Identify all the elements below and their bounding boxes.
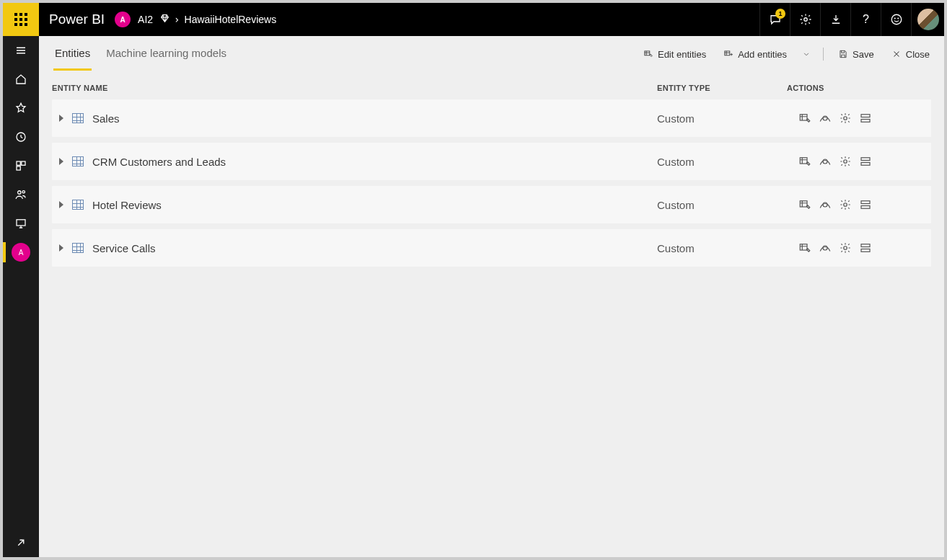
table-row[interactable]: Service CallsCustom [52,229,931,267]
svg-point-30 [844,246,847,250]
nav-workspaces-button[interactable] [3,209,39,238]
settings-icon[interactable] [839,112,852,124]
settings-icon[interactable] [839,199,852,210]
svg-point-15 [844,117,847,120]
tab-machine-learning-models[interactable]: Machine learning models [105,37,228,71]
table-icon [72,113,84,123]
svg-rect-12 [725,51,730,55]
expand-row-icon[interactable] [59,158,63,165]
nav-shared-button[interactable] [3,180,39,209]
entity-type: Custom [657,199,787,211]
close-button[interactable]: Close [884,45,937,64]
expand-row-icon[interactable] [59,115,63,122]
people-icon [14,188,27,201]
app-title: Power BI [39,12,115,27]
add-entities-button[interactable]: Add entities [716,45,794,64]
svg-rect-10 [17,220,25,226]
star-icon [14,102,27,115]
svg-rect-27 [861,206,870,209]
svg-rect-32 [861,249,870,252]
insights-icon[interactable] [819,112,832,124]
nav-recent-button[interactable] [3,123,39,151]
workspace-name[interactable]: AI2 [138,14,153,25]
svg-rect-26 [861,201,870,204]
hamburger-icon [14,44,27,57]
nav-expand-button[interactable] [3,528,39,557]
help-button[interactable]: ? [850,3,881,36]
properties-icon[interactable] [859,242,872,254]
table-row[interactable]: Hotel ReviewsCustom [52,186,931,223]
edit-query-icon[interactable] [798,242,811,254]
expand-row-icon[interactable] [59,244,63,252]
nav-apps-button[interactable] [3,151,39,180]
insights-icon[interactable] [819,242,832,254]
save-button[interactable]: Save [831,45,881,64]
monitor-icon [14,217,27,230]
svg-point-1 [891,14,902,25]
download-icon [829,13,842,26]
edit-query-icon[interactable] [798,112,811,124]
premium-diamond-icon [160,13,169,26]
edit-query-icon[interactable] [798,199,811,210]
insights-icon[interactable] [819,156,832,167]
gear-icon [799,13,812,26]
svg-point-19 [823,159,827,164]
nav-toggle-button[interactable] [3,36,39,65]
toolbar-separator [823,48,824,61]
edit-entities-button[interactable]: Edit entities [636,45,713,64]
svg-point-8 [18,191,22,195]
edit-query-icon[interactable] [798,156,811,167]
nav-rail: A [3,36,39,557]
svg-point-29 [823,246,827,250]
nav-favorites-button[interactable] [3,94,39,123]
svg-rect-11 [645,51,650,55]
svg-point-24 [823,203,827,207]
expand-row-icon[interactable] [59,201,63,208]
workspace-badge[interactable]: A [115,12,131,27]
user-avatar [917,9,939,30]
svg-rect-16 [861,115,870,117]
entity-type: Custom [657,242,787,254]
svg-rect-17 [861,120,870,123]
svg-point-2 [894,18,895,19]
smile-icon [890,13,903,26]
home-icon [14,73,27,86]
settings-button[interactable] [790,3,820,36]
svg-point-3 [897,18,898,19]
nav-current-workspace-button[interactable]: A [3,238,39,267]
properties-icon[interactable] [859,156,872,167]
tab-entities[interactable]: Entities [53,37,92,71]
table-icon [72,243,84,253]
save-icon [838,49,848,59]
waffle-icon [14,13,27,26]
table-row[interactable]: SalesCustom [52,99,931,137]
svg-rect-5 [17,161,20,165]
svg-rect-31 [861,244,870,247]
settings-icon[interactable] [839,156,852,167]
properties-icon[interactable] [859,112,872,124]
settings-icon[interactable] [839,242,852,254]
svg-rect-22 [861,163,870,166]
svg-point-14 [823,116,827,120]
close-icon [891,49,902,59]
app-launcher-button[interactable] [3,3,39,36]
add-entities-icon [723,49,734,59]
user-profile-button[interactable] [911,3,944,36]
apps-icon [14,159,27,172]
svg-rect-21 [861,158,870,161]
insights-icon[interactable] [819,199,832,210]
table-row[interactable]: CRM Customers and LeadsCustom [52,143,931,180]
entity-name: Hotel Reviews [92,199,162,211]
notification-badge: 1 [775,9,785,19]
nav-home-button[interactable] [3,65,39,94]
svg-point-0 [803,18,807,22]
add-entities-dropdown-button[interactable] [797,45,816,63]
download-button[interactable] [820,3,850,36]
svg-rect-18 [800,158,807,164]
properties-icon[interactable] [859,199,872,210]
notifications-button[interactable]: 1 [759,3,790,36]
svg-rect-28 [800,244,807,250]
svg-point-20 [844,160,847,164]
entity-type: Custom [657,156,787,168]
feedback-button[interactable] [881,3,911,36]
